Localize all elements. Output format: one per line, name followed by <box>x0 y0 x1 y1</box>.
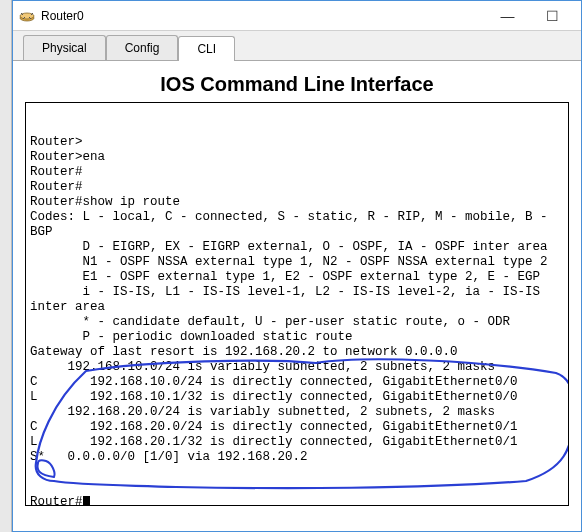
terminal-output[interactable]: Router>Router>enaRouter#Router#Router#sh… <box>25 102 569 506</box>
app-window: Router0 — ☐ Physical Config CLI IOS Comm… <box>12 0 582 532</box>
title-bar: Router0 — ☐ <box>13 1 581 31</box>
tab-cli[interactable]: CLI <box>178 36 235 61</box>
terminal-line: Router>ena <box>30 150 564 165</box>
terminal-line: inter area <box>30 300 564 315</box>
terminal-line: Router#show ip route <box>30 195 564 210</box>
maximize-button[interactable]: ☐ <box>530 2 575 30</box>
tab-physical[interactable]: Physical <box>23 35 106 60</box>
tab-bar: Physical Config CLI <box>13 31 581 61</box>
terminal-line: Codes: L - local, C - connected, S - sta… <box>30 210 564 225</box>
terminal-line: BGP <box>30 225 564 240</box>
terminal-line: i - IS-IS, L1 - IS-IS level-1, L2 - IS-I… <box>30 285 564 300</box>
terminal-line: S* 0.0.0.0/0 [1/0] via 192.168.20.2 <box>30 450 564 465</box>
terminal-line: P - periodic downloaded static route <box>30 330 564 345</box>
terminal-line: Router> <box>30 135 564 150</box>
terminal-line: Router# <box>30 180 564 195</box>
terminal-line: 192.168.10.0/24 is variably subnetted, 2… <box>30 360 564 375</box>
terminal-line: * - candidate default, U - per-user stat… <box>30 315 564 330</box>
terminal-line: C 192.168.10.0/24 is directly connected,… <box>30 375 564 390</box>
cli-panel: IOS Command Line Interface Router>Router… <box>13 61 581 510</box>
minimize-button[interactable]: — <box>485 2 530 30</box>
tab-config[interactable]: Config <box>106 35 179 60</box>
terminal-line: Gateway of last resort is 192.168.20.2 t… <box>30 345 564 360</box>
terminal-line: D - EIGRP, EX - EIGRP external, O - OSPF… <box>30 240 564 255</box>
terminal-prompt: Router# <box>30 495 83 506</box>
terminal-line: C 192.168.20.0/24 is directly connected,… <box>30 420 564 435</box>
window-controls: — ☐ <box>485 2 575 30</box>
terminal-line: Router# <box>30 165 564 180</box>
router-icon <box>19 8 35 24</box>
terminal-line: 192.168.20.0/24 is variably subnetted, 2… <box>30 405 564 420</box>
terminal-line: E1 - OSPF external type 1, E2 - OSPF ext… <box>30 270 564 285</box>
terminal-line: L 192.168.10.1/32 is directly connected,… <box>30 390 564 405</box>
window-title: Router0 <box>41 9 485 23</box>
terminal-line: N1 - OSPF NSSA external type 1, N2 - OSP… <box>30 255 564 270</box>
cli-heading: IOS Command Line Interface <box>25 73 569 96</box>
terminal-cursor <box>83 496 90 506</box>
left-gutter <box>0 0 12 532</box>
terminal-line: L 192.168.20.1/32 is directly connected,… <box>30 435 564 450</box>
